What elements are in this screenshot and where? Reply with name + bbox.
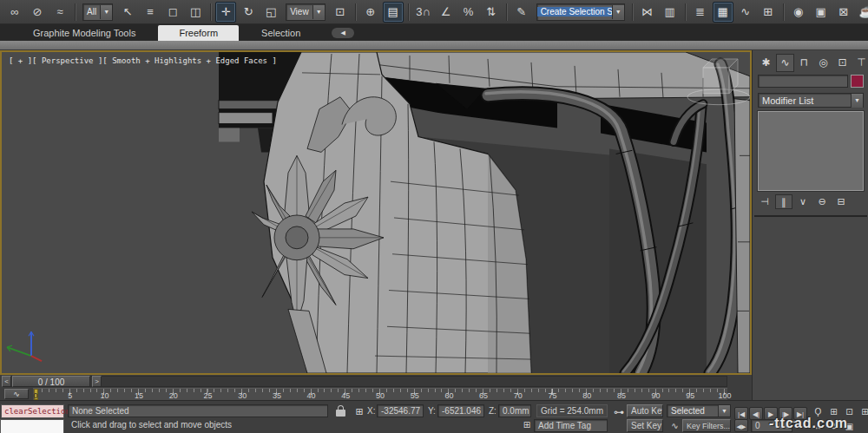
auto-key-button[interactable]: Auto Key [627,404,663,417]
create-tab-icon[interactable]: ✱ [757,54,775,72]
modifier-list-value: Modifier List [759,95,817,106]
timeline-frame-label-25: 25 [203,391,212,400]
maxscript-mini-listener[interactable] [0,419,64,433]
object-color-swatch[interactable] [851,75,864,88]
timeline-frame-label-45: 45 [341,391,350,400]
tab-graphite-modeling-tools[interactable]: Graphite Modeling Tools [12,25,156,41]
viewport-3d-scene[interactable] [2,52,750,373]
toolbar-separator [210,3,211,21]
timeline-frame-label-10: 10 [100,391,108,400]
keyboard-override-toggle-icon[interactable]: ▤ [383,2,404,23]
perspective-viewport[interactable]: [ + ][ Perspective ][ Smooth + Highlight… [0,50,752,375]
tab-freeform[interactable]: Freeform [158,25,239,41]
status-bar: clearSelection None Selected ⊞ X: -32546… [0,400,868,433]
rendered-frame-window-icon[interactable]: ⊠ [833,2,854,23]
timeline-frame-label-95: 95 [686,391,694,400]
curve-editor-icon[interactable]: ∿ [735,2,756,23]
graphite-ribbon-toggle-icon[interactable]: ▦ [713,2,733,23]
previous-frame-slider-button[interactable]: < [2,376,11,387]
angle-snap-icon[interactable]: ∠ [436,2,457,23]
chevron-down-icon: ▼ [851,94,863,108]
previous-frame-button[interactable]: ◀| [749,407,763,420]
select-and-scale-icon[interactable]: ◱ [260,2,281,23]
percent-snap-icon[interactable]: % [458,2,479,23]
toolbar-separator [506,3,507,21]
show-end-result-button[interactable]: ∥ [775,194,792,209]
edit-named-selection-sets-icon[interactable]: ✎ [511,2,532,23]
reference-coordinate-dropdown[interactable]: View ▼ [286,3,326,21]
window-crossing-icon[interactable]: ◫ [185,2,206,23]
snaps-toggle-3d-icon[interactable]: 3∩ [413,2,434,23]
pin-stack-button[interactable]: ⊣ [756,194,773,209]
watermark-text: -ttcad.com [769,416,868,431]
timeline-frame-label-15: 15 [135,391,143,400]
ribbon-collapse-button[interactable]: ◀ [332,28,354,38]
key-filters-button[interactable]: Key Filters... [682,419,731,432]
animation-set-dropdown[interactable]: Selected ▼ [667,404,731,417]
lock-icon [336,410,345,417]
unlink-selection-icon[interactable]: ⊘ [27,2,48,23]
mirror-icon[interactable]: ⋈ [637,2,658,23]
time-slider-track[interactable] [2,376,727,387]
chevron-down-icon: ▼ [612,5,624,19]
timeline-area: < 0 / 100 > ∿ 05101520253035404550556065… [0,375,752,400]
y-coordinate-label: Y: [428,404,436,417]
select-and-link-icon[interactable]: ∞ [4,2,25,23]
utilities-tab-icon[interactable]: ⊤ [852,54,868,72]
key-mode-toggle-button[interactable]: ◀▶ [734,419,748,432]
material-editor-icon[interactable]: ◉ [788,2,809,23]
z-coordinate-field[interactable]: 0.0mm [498,404,531,417]
tab-selection[interactable]: Selection [240,25,321,41]
select-and-rotate-icon[interactable]: ↻ [238,2,259,23]
display-tab-icon[interactable]: ⊡ [833,54,852,72]
select-object-icon[interactable]: ↖ [117,2,138,23]
render-production-icon[interactable]: ☕ [856,2,868,23]
configure-modifier-sets-button[interactable]: ⊟ [832,194,850,209]
ribbon-collapsed-strip [0,41,868,50]
timeline-frame-label-75: 75 [548,391,556,400]
rectangular-selection-region-icon[interactable]: ◻ [162,2,183,23]
manage-layers-icon[interactable]: ≣ [690,2,711,23]
modifier-stack-list[interactable] [758,111,864,191]
timeline-frame-label-0: 0 [33,391,37,400]
time-tag-icon: ⊞ [520,418,534,432]
make-unique-button[interactable]: ∨ [794,194,812,209]
align-icon[interactable]: ▥ [660,2,681,23]
use-pivot-point-center-icon[interactable]: ⊡ [330,2,351,23]
named-selection-sets-dropdown[interactable]: Create Selection Se ▼ [536,3,625,21]
modify-tab-icon[interactable]: ∿ [776,54,794,72]
object-name-field[interactable] [758,75,848,88]
timeline-frame-label-30: 30 [238,391,247,400]
viewport-label[interactable]: [ + ][ Perspective ][ Smooth + Highlight… [9,56,277,65]
select-and-manipulate-icon[interactable]: ⊕ [360,2,381,23]
maxscript-macro-recorder[interactable]: clearSelection [1,404,64,418]
next-frame-slider-button[interactable]: > [92,376,102,387]
bind-to-space-warp-icon[interactable]: ≈ [49,2,70,23]
select-by-name-icon[interactable]: ≡ [140,2,161,23]
schematic-view-icon[interactable]: ⊞ [758,2,779,23]
go-to-start-button[interactable]: |◀ [734,407,748,420]
spinner-snap-icon[interactable]: ⇅ [481,2,502,23]
selection-filter-dropdown[interactable]: All ▼ [82,3,113,21]
modifier-list-dropdown[interactable]: Modifier List ▼ [758,93,864,108]
time-slider-handle[interactable]: 0 / 100 [12,376,90,387]
render-setup-icon[interactable]: ▣ [811,2,832,23]
set-key-button[interactable]: Set Key [627,419,663,432]
track-bar-ruler[interactable]: 0510152025303540455055606570758085909510… [33,388,727,400]
y-coordinate-field[interactable]: -6521.046 [437,404,484,417]
timeline-frame-label-60: 60 [444,391,453,400]
grid-size-display: Grid = 254.0mm [536,404,608,417]
absolute-mode-toggle[interactable]: ⊞ [352,403,367,419]
motion-tab-icon[interactable]: ◎ [814,54,832,72]
remove-modifier-button[interactable]: ⊖ [813,194,831,209]
hierarchy-tab-icon[interactable]: ⊓ [795,54,813,72]
x-coordinate-field[interactable]: -32546.77 [377,404,424,417]
new-key-default-in-out-tangents-icon[interactable]: ∿ [667,418,682,433]
selection-lock-toggle[interactable] [336,405,345,417]
3ds-max-application-window: ∞⊘≈ All ▼ ↖≡◻◫✛↻◱ View ▼ ⊡⊕▤3∩∠%⇅✎ Creat… [0,0,868,433]
add-time-tag-field[interactable]: Add Time Tag [534,419,608,432]
select-and-move-icon[interactable]: ✛ [215,2,236,23]
set-keys-key-icon[interactable]: ⊶ [610,402,628,423]
open-mini-curve-editor-button[interactable]: ∿ [4,389,29,399]
toolbar-separator [75,3,76,21]
